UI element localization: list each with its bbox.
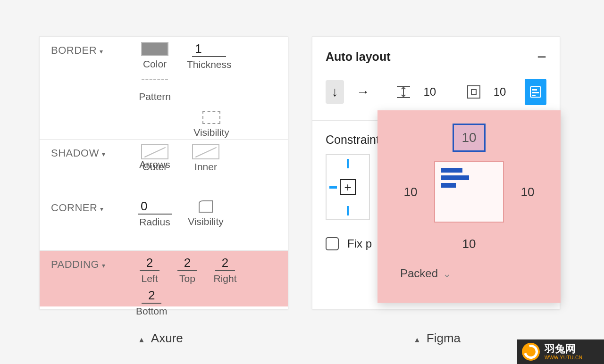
watermark: 羽兔网 WWW.YUTU.CN (517, 339, 604, 364)
padding-top-label: Top (179, 273, 195, 284)
border-color-control[interactable]: Color (136, 41, 174, 70)
spacing-mode-dropdown[interactable]: Packed (386, 267, 552, 280)
popover-padding-top-input[interactable]: 10 (453, 124, 486, 152)
constraint-bottom-tick[interactable] (347, 206, 349, 215)
color-swatch-icon (141, 42, 168, 56)
corner-visibility-label: Visibility (188, 216, 223, 227)
svg-rect-4 (532, 92, 539, 93)
padding-right-control[interactable]: 2 Right (211, 256, 239, 284)
border-section: BORDER Color 1 Thickness Pattern Visibil… (40, 37, 288, 140)
outer-shadow-icon (141, 144, 168, 159)
autolayout-controls: ↓ → 10 10 (326, 79, 546, 105)
border-pattern-control[interactable]: Pattern (136, 74, 174, 102)
visibility-icon (202, 111, 220, 124)
border-pattern-label: Pattern (139, 91, 171, 102)
padding-section-title[interactable]: PADDING (51, 256, 136, 271)
border-visibility-control[interactable]: Visibility (193, 110, 230, 138)
shadow-title-text: SHADOW (51, 147, 99, 159)
triangle-up-icon (138, 331, 145, 346)
remove-autolayout-button[interactable]: − (537, 53, 546, 61)
popover-padding-right-value[interactable]: 10 (521, 185, 535, 199)
padding-left-value[interactable]: 2 (140, 256, 159, 271)
align-left-icon (528, 85, 543, 99)
watermark-url: WWW.YUTU.CN (545, 355, 583, 360)
corner-radius-label: Radius (139, 216, 170, 228)
border-thickness-value[interactable]: 1 (192, 41, 226, 57)
auto-layout-title: Auto layout (326, 50, 391, 64)
border-thickness-control[interactable]: 1 Thickness (187, 41, 232, 70)
corner-section: CORNER 0 Radius Visibility (40, 194, 288, 251)
inner-shadow-icon (192, 144, 219, 159)
fix-position-checkbox[interactable] (326, 237, 339, 250)
pattern-icon (142, 79, 168, 84)
alignment-preview[interactable] (434, 161, 504, 223)
padding-right-label: Right (213, 273, 236, 284)
constraints-widget[interactable]: + (326, 154, 370, 220)
arrow-right-icon: → (356, 84, 369, 99)
corner-visibility-control[interactable]: Visibility (187, 199, 225, 228)
shadow-section-title[interactable]: SHADOW (51, 144, 136, 159)
corner-radius-value[interactable]: 0 (138, 199, 172, 215)
padding-right-value[interactable]: 2 (215, 256, 235, 271)
padding-left-label: Left (141, 273, 158, 284)
shadow-inner-label: Inner (194, 161, 217, 173)
padding-section: PADDING 2 Left 2 Top 2 Right 2 Bottom (40, 251, 288, 306)
border-visibility-label: Visibility (193, 127, 229, 138)
border-color-label: Color (143, 58, 167, 70)
padding-bottom-label: Bottom (136, 306, 168, 317)
fix-position-label: Fix p (347, 237, 372, 250)
axure-caption: Axure (138, 331, 183, 346)
auto-layout-header: Auto layout − (326, 50, 546, 64)
padding-bottom-control[interactable]: 2 Bottom (136, 288, 168, 317)
border-section-title[interactable]: BORDER (51, 41, 136, 57)
figma-caption: Figma (413, 331, 461, 346)
alignment-button[interactable] (525, 79, 546, 105)
padding-left-control[interactable]: 2 Left (136, 256, 163, 284)
caret-down-icon (100, 202, 104, 214)
popover-padding-bottom-value[interactable]: 10 (462, 237, 476, 251)
padding-icon (466, 83, 481, 100)
shadow-section: SHADOW Outer Inner (40, 140, 288, 194)
direction-horizontal-button[interactable]: → (353, 80, 372, 104)
padding-value[interactable]: 10 (494, 85, 506, 99)
triangle-up-icon (413, 331, 421, 346)
border-thickness-label: Thickness (187, 59, 232, 70)
spacing-mode-label: Packed (400, 267, 438, 280)
spacing-value[interactable]: 10 (423, 85, 436, 99)
axure-caption-text: Axure (151, 331, 183, 346)
padding-popover: 10 10 10 10 Packed (378, 110, 561, 303)
chevron-down-icon (443, 267, 451, 280)
caret-down-icon (100, 44, 103, 57)
figma-caption-text: Figma (427, 331, 461, 346)
corner-radius-control[interactable]: 0 Radius (136, 199, 174, 228)
direction-vertical-button[interactable]: ↓ (326, 80, 344, 104)
caret-down-icon (102, 258, 106, 271)
corner-section-title[interactable]: CORNER (51, 199, 136, 214)
corner-title-text: CORNER (51, 202, 97, 214)
watermark-name: 羽兔网 (545, 343, 583, 355)
caret-down-icon (102, 147, 106, 159)
shadow-inner-control[interactable]: Inner (187, 144, 225, 173)
shadow-outer-control[interactable]: Outer (136, 144, 174, 173)
constraint-center-icon[interactable]: + (340, 179, 356, 195)
padding-bottom-value[interactable]: 2 (142, 288, 161, 304)
border-title-text: BORDER (51, 44, 97, 57)
constraint-left-tick[interactable] (329, 186, 337, 189)
arrow-down-icon: ↓ (332, 84, 338, 99)
padding-top-control[interactable]: 2 Top (174, 256, 201, 284)
svg-rect-1 (471, 90, 476, 94)
watermark-logo-icon (522, 343, 540, 361)
preview-bar (441, 175, 469, 180)
constraint-top-tick[interactable] (347, 159, 349, 168)
shadow-outer-label: Outer (143, 161, 168, 173)
spacing-icon (396, 83, 411, 100)
preview-bar (441, 168, 462, 173)
svg-rect-5 (532, 95, 536, 96)
popover-padding-left-value[interactable]: 10 (404, 185, 418, 199)
corner-icon (192, 199, 219, 214)
axure-panel: BORDER Color 1 Thickness Pattern Visibil… (39, 36, 288, 309)
preview-bar (441, 183, 456, 188)
svg-rect-3 (532, 89, 537, 91)
svg-rect-0 (468, 86, 480, 98)
padding-top-value[interactable]: 2 (177, 256, 197, 271)
